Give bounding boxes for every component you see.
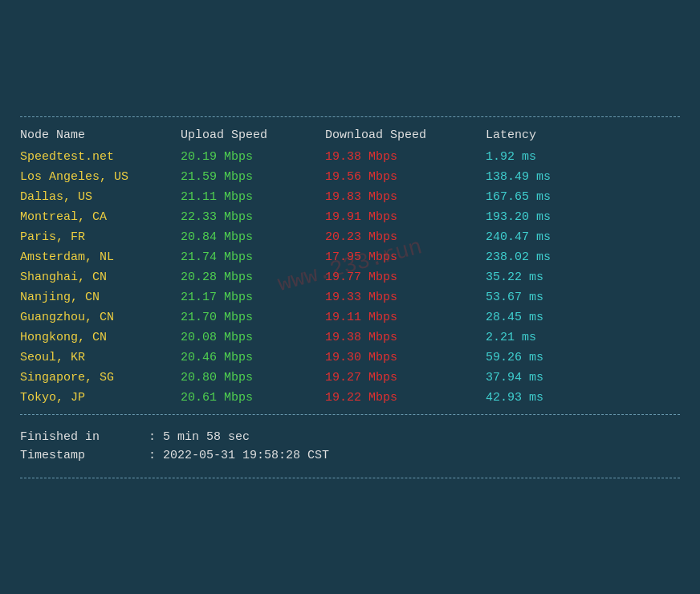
table-row: Guangzhou, CN 21.70 Mbps 19.11 Mbps 28.4… — [20, 307, 680, 328]
node-name: Shanghai, CN — [20, 271, 181, 284]
node-name: Paris, FR — [20, 230, 181, 244]
node-name: Montreal, CA — [20, 210, 181, 224]
footer-timestamp-row: Timestamp : 2022-05-31 19:58:28 CST — [20, 446, 680, 465]
node-name: Guangzhou, CN — [20, 311, 181, 324]
upload-speed: 21.59 Mbps — [181, 170, 325, 184]
table-header: Node Name Upload Speed Download Speed La… — [20, 124, 680, 147]
latency-value: 59.26 ms — [486, 351, 630, 364]
download-speed: 19.56 Mbps — [325, 170, 486, 184]
latency-value: 35.22 ms — [486, 271, 630, 284]
upload-speed: 21.70 Mbps — [181, 311, 325, 324]
table-row: Hongkong, CN 20.08 Mbps 19.38 Mbps 2.21 … — [20, 328, 680, 348]
table-row: Dallas, US 21.11 Mbps 19.83 Mbps 167.65 … — [20, 187, 680, 207]
table-row: Shanghai, CN 20.28 Mbps 19.77 Mbps 35.22… — [20, 267, 680, 287]
timestamp-label: Timestamp — [20, 449, 149, 462]
download-speed: 19.30 Mbps — [325, 351, 486, 364]
footer: Finished in : 5 min 58 sec Timestamp : 2… — [20, 421, 680, 471]
upload-speed: 20.19 Mbps — [181, 150, 325, 164]
node-name: Nanjing, CN — [20, 291, 181, 304]
latency-value: 167.65 ms — [486, 190, 630, 204]
upload-speed: 21.74 Mbps — [181, 250, 325, 264]
footer-finished-row: Finished in : 5 min 58 sec — [20, 428, 680, 446]
header-upload-speed: Upload Speed — [181, 128, 325, 142]
upload-speed: 20.08 Mbps — [181, 331, 325, 344]
table-row: Singapore, SG 20.80 Mbps 19.27 Mbps 37.9… — [20, 368, 680, 388]
node-name: Hongkong, CN — [20, 331, 181, 344]
table-row: Speedtest.net 20.19 Mbps 19.38 Mbps 1.92… — [20, 147, 680, 167]
upload-speed: 20.28 Mbps — [181, 271, 325, 284]
header-latency: Latency — [486, 128, 630, 142]
node-name: Tokyo, JP — [20, 391, 181, 405]
table-row: Montreal, CA 22.33 Mbps 19.91 Mbps 193.2… — [20, 207, 680, 227]
table-wrapper: Node Name Upload Speed Download Speed La… — [20, 124, 680, 408]
latency-value: 138.49 ms — [486, 170, 630, 184]
table-row: Amsterdam, NL 21.74 Mbps 17.95 Mbps 238.… — [20, 247, 680, 267]
table-body: Speedtest.net 20.19 Mbps 19.38 Mbps 1.92… — [20, 147, 680, 408]
node-name: Dallas, US — [20, 190, 181, 204]
header-node-name: Node Name — [20, 128, 181, 142]
table-row: Tokyo, JP 20.61 Mbps 19.22 Mbps 42.93 ms — [20, 388, 680, 408]
finished-value: : 5 min 58 sec — [149, 430, 250, 444]
node-name: Speedtest.net — [20, 150, 181, 164]
download-speed: 19.33 Mbps — [325, 291, 486, 304]
bottom-divider — [20, 478, 680, 478]
table-row: Los Angeles, US 21.59 Mbps 19.56 Mbps 13… — [20, 167, 680, 187]
table-row: Nanjing, CN 21.17 Mbps 19.33 Mbps 53.67 … — [20, 287, 680, 307]
node-name: Los Angeles, US — [20, 170, 181, 184]
download-speed: 19.77 Mbps — [325, 271, 486, 284]
latency-value: 28.45 ms — [486, 311, 630, 324]
bottom-table-divider — [20, 414, 680, 415]
node-name: Seoul, KR — [20, 351, 181, 364]
node-name: Singapore, SG — [20, 371, 181, 384]
finished-label: Finished in — [20, 430, 149, 444]
upload-speed: 20.46 Mbps — [181, 351, 325, 364]
upload-speed: 20.61 Mbps — [181, 391, 325, 405]
latency-value: 37.94 ms — [486, 371, 630, 384]
node-name: Amsterdam, NL — [20, 250, 181, 264]
download-speed: 19.38 Mbps — [325, 331, 486, 344]
download-speed: 20.23 Mbps — [325, 230, 486, 244]
latency-value: 42.93 ms — [486, 391, 630, 405]
table-row: Seoul, KR 20.46 Mbps 19.30 Mbps 59.26 ms — [20, 348, 680, 368]
top-divider — [20, 116, 680, 117]
latency-value: 53.67 ms — [486, 291, 630, 304]
download-speed: 19.91 Mbps — [325, 210, 486, 224]
latency-value: 2.21 ms — [486, 331, 630, 344]
upload-speed: 21.17 Mbps — [181, 291, 325, 304]
main-container: Node Name Upload Speed Download Speed La… — [9, 102, 691, 493]
latency-value: 193.20 ms — [486, 210, 630, 224]
upload-speed: 20.80 Mbps — [181, 371, 325, 384]
upload-speed: 20.84 Mbps — [181, 230, 325, 244]
download-speed: 19.83 Mbps — [325, 190, 486, 204]
download-speed: 19.22 Mbps — [325, 391, 486, 405]
latency-value: 240.47 ms — [486, 230, 630, 244]
header-download-speed: Download Speed — [325, 128, 486, 142]
timestamp-value: : 2022-05-31 19:58:28 CST — [149, 449, 329, 462]
table-row: Paris, FR 20.84 Mbps 20.23 Mbps 240.47 m… — [20, 227, 680, 247]
upload-speed: 22.33 Mbps — [181, 210, 325, 224]
download-speed: 19.11 Mbps — [325, 311, 486, 324]
download-speed: 19.38 Mbps — [325, 150, 486, 164]
latency-value: 1.92 ms — [486, 150, 630, 164]
download-speed: 19.27 Mbps — [325, 371, 486, 384]
latency-value: 238.02 ms — [486, 250, 630, 264]
upload-speed: 21.11 Mbps — [181, 190, 325, 204]
download-speed: 17.95 Mbps — [325, 250, 486, 264]
